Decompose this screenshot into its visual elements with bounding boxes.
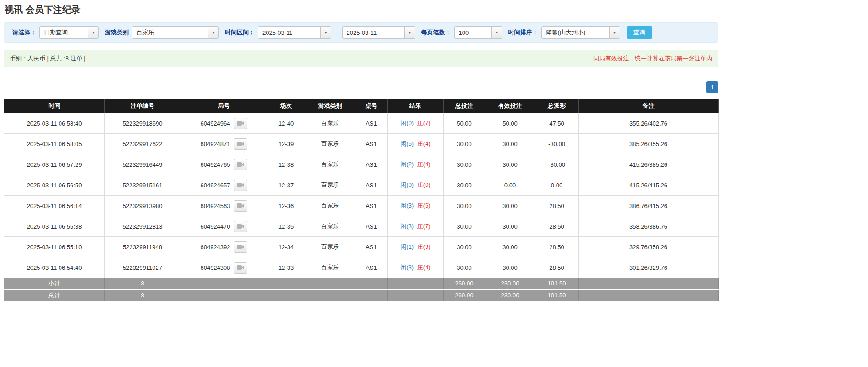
bet-id-cell: 522329915161: [105, 175, 180, 196]
session-cell: 12-38: [267, 154, 305, 175]
subtotal-row: 小计 8 260.00 230.00 101.50: [4, 278, 719, 290]
remark-cell: 415.26/415.26: [579, 175, 719, 196]
table-no-cell: AS1: [355, 175, 388, 196]
session-cell: 12-37: [267, 175, 305, 196]
time-cell: 2025-03-11 06:57:29: [4, 154, 105, 175]
session-cell: 12-39: [267, 134, 305, 154]
remark-cell: 386.76/415.26: [579, 196, 719, 216]
header-payout: 总派彩: [535, 99, 579, 113]
replay-video-button[interactable]: [234, 200, 247, 212]
query-type-select[interactable]: 日期查询 ▾: [39, 26, 99, 39]
valid-bet-cell: 50.00: [485, 113, 535, 134]
replay-video-button[interactable]: [234, 221, 247, 232]
table-no-cell: AS1: [355, 216, 388, 237]
summary-notice: 同局有效投注，统一计算在该局第一张注单内: [593, 55, 712, 63]
table-header-row: 时间 注单编号 局号 场次 游戏类别 桌号 结果 总投注 有效投注 总派彩 备注: [4, 99, 719, 113]
subtotal-valid-bet: 230.00: [485, 278, 535, 290]
round-id-cell: 604924871: [180, 134, 267, 154]
page-size-select[interactable]: 100 ▾: [454, 26, 502, 39]
session-cell: 12-36: [267, 196, 305, 216]
total-bet-link[interactable]: 30.00: [444, 196, 485, 216]
total-bet-link[interactable]: 30.00: [444, 257, 485, 278]
valid-bet-cell: 0.00: [485, 175, 535, 196]
result-cell: 闲(3) 庄(6): [388, 196, 444, 216]
replay-video-button[interactable]: [234, 180, 247, 191]
remark-cell: 301.26/329.76: [579, 257, 719, 278]
page-size-label: 每页笔数：: [421, 28, 451, 37]
round-id-value: 604924871: [200, 141, 230, 148]
sort-order-select[interactable]: 降冪(由大到小) ▾: [541, 26, 620, 39]
sort-order-label: 时间排序：: [508, 28, 538, 37]
header-total-bet: 总投注: [444, 99, 485, 113]
date-from-select[interactable]: 2025-03-11 ▾: [258, 26, 331, 39]
remark-cell: 385.26/355.26: [579, 134, 719, 154]
valid-bet-cell: 30.00: [485, 216, 535, 237]
chevron-down-icon[interactable]: ▾: [208, 27, 218, 38]
time-cell: 2025-03-11 06:54:40: [4, 257, 105, 278]
records-table: 时间 注单编号 局号 场次 游戏类别 桌号 结果 总投注 有效投注 总派彩 备注…: [4, 99, 719, 301]
date-to-select[interactable]: 2025-03-11 ▾: [342, 26, 415, 39]
replay-video-button[interactable]: [234, 159, 247, 170]
query-type-label: 请选择：: [12, 28, 36, 37]
result-banker: 庄(7): [417, 120, 431, 126]
replay-video-button[interactable]: [234, 118, 247, 129]
bet-id-cell: 522329911027: [105, 257, 180, 278]
total-bet-link[interactable]: 30.00: [444, 216, 485, 237]
replay-video-button[interactable]: [234, 138, 247, 150]
total-bet-link[interactable]: 30.00: [444, 237, 485, 257]
chevron-down-icon[interactable]: ▾: [404, 27, 415, 38]
search-button[interactable]: 查询: [627, 26, 652, 39]
replay-video-button[interactable]: [234, 241, 247, 253]
round-id-cell: 604924308: [180, 257, 267, 278]
game-type-select[interactable]: 百家乐 ▾: [132, 26, 219, 39]
pagination: 1: [4, 81, 718, 93]
table-no-cell: AS1: [355, 113, 388, 134]
round-id-cell: 604924563: [180, 196, 267, 216]
result-player: 闲(0): [400, 120, 414, 126]
chevron-down-icon[interactable]: ▾: [491, 27, 502, 38]
valid-bet-cell: 30.00: [485, 154, 535, 175]
round-id-cell: 604924470: [180, 216, 267, 237]
round-id-value: 604924392: [200, 244, 230, 251]
game-type-cell: 百家乐: [305, 196, 355, 216]
header-result: 结果: [388, 99, 444, 113]
bet-id-cell: 522329913980: [105, 196, 180, 216]
summary-bar: 币别：人民币 | 总共 :8 注单 | 同局有效投注，统一计算在该局第一张注单内: [4, 50, 718, 67]
table-no-cell: AS1: [355, 237, 388, 257]
total-bet-link[interactable]: 50.00: [444, 113, 485, 134]
chevron-down-icon[interactable]: ▾: [320, 27, 331, 38]
result-cell: 闲(0) 庄(7): [388, 113, 444, 134]
game-type-cell: 百家乐: [305, 216, 355, 237]
payout-cell: 28.50: [535, 237, 579, 257]
result-player: 闲(1): [400, 243, 414, 250]
replay-video-button[interactable]: [234, 262, 247, 274]
game-type-value: 百家乐: [132, 27, 208, 38]
round-id-value: 604924563: [200, 203, 230, 209]
video-camera-icon: [237, 265, 244, 270]
header-time: 时间: [4, 99, 105, 113]
table-row: 2025-03-11 06:58:40 522329918690 6049249…: [4, 113, 719, 134]
game-type-cell: 百家乐: [305, 134, 355, 154]
page-title: 视讯 会员下注纪录: [5, 4, 718, 16]
grand-total-payout: 101.50: [535, 290, 579, 301]
page-button-1[interactable]: 1: [706, 81, 718, 93]
video-camera-icon: [237, 141, 244, 147]
payout-cell: 47.50: [535, 113, 579, 134]
total-bet-link[interactable]: 30.00: [444, 134, 485, 154]
result-cell: 闲(3) 庄(7): [388, 216, 444, 237]
grand-total-row: 总计 8 260.00 230.00 101.50: [4, 290, 719, 301]
bet-id-cell: 522329912813: [105, 216, 180, 237]
total-bet-link[interactable]: 30.00: [444, 175, 485, 196]
total-bet-link[interactable]: 30.00: [444, 154, 485, 175]
table-row: 2025-03-11 06:57:29 522329916449 6049247…: [4, 154, 719, 175]
video-camera-icon: [237, 121, 244, 126]
chevron-down-icon[interactable]: ▾: [609, 27, 620, 38]
result-banker: 庄(4): [417, 264, 431, 271]
header-valid-bet: 有效投注: [485, 99, 535, 113]
result-cell: 闲(1) 庄(9): [388, 237, 444, 257]
page: 视讯 会员下注纪录 请选择： 日期查询 ▾ 游戏类别 百家乐 ▾ 时间区间： 2…: [4, 0, 718, 301]
chevron-down-icon[interactable]: ▾: [88, 27, 98, 38]
page-size-value: 100: [455, 27, 491, 38]
date-from-value: 2025-03-11: [258, 27, 320, 38]
result-player: 闲(5): [400, 140, 414, 147]
